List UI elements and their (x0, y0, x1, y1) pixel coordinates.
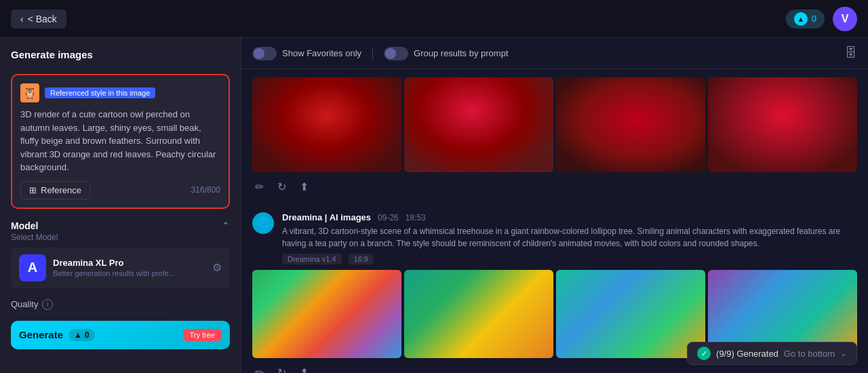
header: ‹ < Back ▲ 0 V (0, 0, 868, 38)
quality-row: Quality i (11, 299, 230, 310)
favorites-toggle[interactable] (252, 47, 277, 60)
quality-label: Quality (11, 299, 38, 309)
prompt-header: 🦉 Referenced style in this image (20, 83, 220, 102)
generate-credit-count: 0 (85, 330, 90, 340)
quality-info-icon[interactable]: i (42, 299, 53, 310)
rose-image-section: ✏ ↻ ⬆ (252, 77, 857, 199)
status-count: (9/9) Generated (716, 349, 778, 359)
back-button[interactable]: ‹ < Back (11, 9, 66, 28)
reference-icon: ⊞ (29, 185, 37, 195)
favorites-label: Show Favorites only (282, 48, 361, 58)
filter-group: Show Favorites only Group results by pro… (252, 47, 509, 60)
model-name: Dreamina XL Pro (53, 258, 205, 268)
select-model-label: Select Model (11, 233, 230, 242)
status-chevron-icon[interactable]: ⌄ (840, 349, 847, 358)
filter-divider (372, 47, 373, 60)
cartoon-image-3[interactable] (556, 270, 705, 358)
reference-label: Reference (41, 185, 81, 195)
main-layout: Generate images 🦉 Referenced style in th… (0, 38, 868, 373)
model-section: Model ⌃ Select Model A Dreamina XL Pro B… (11, 220, 230, 288)
edit-button-rose[interactable]: ✏ (252, 178, 267, 196)
model-card[interactable]: A Dreamina XL Pro Better generation resu… (11, 248, 230, 288)
right-panel: Show Favorites only Group results by pro… (241, 38, 868, 373)
prompt-result-header: Dreamina | AI images 09-26 18:53 (282, 212, 857, 222)
credit-icon: ▲ (794, 12, 808, 26)
status-check-icon: ✓ (697, 347, 711, 360)
prompt-text: 3D render of a cute cartoon owl perched … (20, 108, 220, 174)
cartoon-image-1[interactable] (252, 270, 401, 358)
model-meta-tag: Dreamina v1.4 (282, 254, 342, 264)
rose-image-row (252, 77, 857, 172)
refresh-button-cartoon[interactable]: ↻ (275, 364, 289, 373)
right-panel-content: ✏ ↻ ⬆ 🌐 Dreamina | AI images 09-26 18 (241, 69, 868, 373)
avatar[interactable]: V (833, 7, 857, 31)
favorites-filter[interactable]: Show Favorites only (252, 47, 361, 60)
prompt-result-info: Dreamina | AI images 09-26 18:53 A vibra… (282, 212, 857, 264)
model-info: Dreamina XL Pro Better generation result… (53, 258, 205, 277)
rose-image-4[interactable] (708, 77, 857, 172)
right-header: Show Favorites only Group results by pro… (241, 38, 868, 69)
archive-icon[interactable]: 🗄 (845, 46, 857, 60)
prompt-box[interactable]: 🦉 Referenced style in this image 3D rend… (11, 74, 230, 209)
char-count: 316/800 (191, 185, 220, 195)
rose-image-3[interactable] (556, 77, 705, 172)
generate-credit-icon: ▲ (74, 330, 82, 340)
rose-image-2[interactable] (404, 77, 553, 172)
generate-label: Generate (19, 329, 63, 340)
upload-button-cartoon[interactable]: ⬆ (297, 364, 311, 373)
try-free-badge: Try free (183, 329, 222, 341)
go-to-bottom-link[interactable]: Go to bottom (784, 349, 835, 359)
refresh-button-rose[interactable]: ↻ (275, 178, 289, 196)
result-time: 18:53 (406, 213, 426, 222)
model-section-title: Model (11, 220, 38, 231)
status-bar: ✓ (9/9) Generated Go to bottom ⌄ (687, 342, 857, 365)
prompt-result: 🌐 Dreamina | AI images 09-26 18:53 A vib… (252, 210, 857, 264)
edit-button-cartoon[interactable]: ✏ (252, 364, 267, 373)
generate-left: Generate ▲ 0 (19, 329, 95, 341)
generate-button[interactable]: Generate ▲ 0 Try free (11, 321, 230, 349)
ratio-meta-tag: 16:9 (349, 254, 374, 264)
prompt-footer: ⊞ Reference 316/800 (20, 181, 220, 199)
group-toggle[interactable] (384, 47, 408, 60)
back-arrow-icon: ‹ (20, 14, 24, 24)
images-grid: ✏ ↻ ⬆ 🌐 Dreamina | AI images 09-26 18 (241, 69, 868, 373)
owl-icon: 🦉 (20, 83, 39, 102)
group-filter[interactable]: Group results by prompt (384, 47, 508, 60)
result-date: 09-26 (378, 213, 399, 222)
chevron-up-icon[interactable]: ⌃ (221, 220, 230, 233)
rose-image-1[interactable] (252, 77, 401, 172)
model-settings-icon[interactable]: ⚙ (212, 261, 222, 274)
credit-badge: ▲ 0 (786, 9, 825, 28)
header-right: ▲ 0 V (786, 7, 857, 31)
generate-credit: ▲ 0 (68, 329, 95, 341)
cartoon-image-2[interactable] (404, 270, 553, 358)
reference-button[interactable]: ⊞ Reference (20, 181, 90, 199)
credit-count: 0 (812, 14, 816, 24)
cartoon-prompt-text: A vibrant, 3D cartoon-style scene of a w… (282, 225, 857, 250)
panel-title: Generate images (11, 49, 230, 60)
result-name: Dreamina | AI images (282, 212, 371, 222)
rose-image-actions: ✏ ↻ ⬆ (252, 172, 857, 199)
upload-button-rose[interactable]: ⬆ (297, 178, 311, 196)
model-section-header: Model ⌃ (11, 220, 230, 233)
model-icon: A (19, 254, 46, 281)
group-label: Group results by prompt (414, 48, 508, 58)
ai-avatar: 🌐 (252, 212, 274, 234)
referenced-badge: Referenced style in this image (45, 87, 155, 98)
back-label: < Back (28, 14, 57, 24)
result-meta: Dreamina v1.4 16:9 (282, 254, 857, 264)
model-desc: Better generation results with profe... (53, 269, 205, 277)
left-panel: Generate images 🦉 Referenced style in th… (0, 38, 241, 373)
